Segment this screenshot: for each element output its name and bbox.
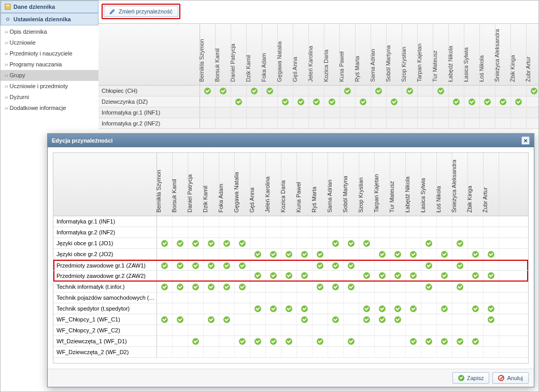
membership-cell[interactable] — [375, 314, 390, 325]
membership-cell[interactable] — [375, 325, 390, 335]
membership-cell[interactable] — [157, 261, 173, 270]
membership-cell[interactable] — [375, 303, 390, 314]
membership-cell[interactable] — [219, 325, 235, 335]
membership-cell[interactable] — [235, 271, 250, 281]
student-column-header[interactable]: Łabędź Nikola — [406, 153, 421, 216]
membership-cell[interactable] — [421, 216, 437, 227]
student-column-header[interactable]: Tur Mateusz — [390, 153, 406, 216]
membership-cell[interactable] — [468, 325, 484, 335]
membership-cell[interactable] — [421, 292, 437, 303]
student-column-header[interactable]: Soból Martyna — [344, 153, 359, 216]
membership-cell[interactable] — [157, 347, 173, 357]
membership-cell[interactable] — [313, 325, 328, 335]
membership-cell[interactable] — [235, 325, 250, 335]
membership-cell[interactable] — [235, 292, 250, 303]
membership-cell[interactable] — [406, 336, 421, 346]
membership-cell[interactable] — [219, 216, 235, 227]
group-label[interactable]: WF_Chłopcy_2 (WF_C2) — [53, 325, 157, 335]
membership-cell[interactable] — [250, 282, 266, 292]
membership-cell[interactable] — [437, 216, 452, 227]
membership-cell[interactable] — [157, 238, 173, 248]
membership-cell[interactable] — [437, 238, 452, 248]
membership-cell[interactable] — [437, 314, 452, 325]
student-column-header[interactable]: Bernikla Szymon — [157, 153, 173, 216]
membership-cell[interactable] — [390, 261, 406, 270]
membership-cell[interactable] — [359, 216, 375, 227]
membership-cell[interactable] — [173, 303, 188, 314]
membership-cell[interactable] — [281, 227, 297, 237]
membership-cell[interactable] — [344, 216, 359, 227]
membership-cell[interactable] — [437, 347, 452, 357]
membership-cell[interactable] — [173, 216, 188, 227]
membership-cell[interactable] — [313, 347, 328, 357]
student-column-header[interactable]: Żbik Kinga — [468, 153, 484, 216]
membership-cell[interactable] — [157, 271, 173, 281]
membership-cell[interactable] — [344, 261, 359, 270]
membership-cell[interactable] — [173, 271, 188, 281]
membership-cell[interactable] — [281, 238, 297, 248]
cancel-button[interactable]: Anuluj — [492, 372, 529, 384]
membership-cell[interactable] — [452, 347, 468, 357]
membership-cell[interactable] — [421, 227, 437, 237]
membership-cell[interactable] — [281, 282, 297, 292]
group-label[interactable]: Języki obce gr.1 (JO1) — [53, 238, 157, 248]
membership-cell[interactable] — [204, 292, 219, 303]
membership-cell[interactable] — [266, 325, 281, 335]
membership-cell[interactable] — [375, 238, 390, 248]
membership-cell[interactable] — [328, 292, 344, 303]
membership-cell[interactable] — [219, 227, 235, 237]
membership-cell[interactable] — [297, 336, 313, 346]
membership-cell[interactable] — [173, 325, 188, 335]
membership-cell[interactable] — [452, 227, 468, 237]
membership-cell[interactable] — [235, 261, 250, 270]
membership-cell[interactable] — [375, 227, 390, 237]
membership-cell[interactable] — [328, 336, 344, 346]
membership-cell[interactable] — [484, 282, 499, 292]
membership-cell[interactable] — [406, 347, 421, 357]
membership-cell[interactable] — [375, 282, 390, 292]
membership-cell[interactable] — [188, 261, 204, 270]
membership-cell[interactable] — [235, 303, 250, 314]
membership-cell[interactable] — [344, 347, 359, 357]
membership-cell[interactable] — [297, 303, 313, 314]
membership-cell[interactable] — [328, 314, 344, 325]
membership-cell[interactable] — [204, 303, 219, 314]
membership-cell[interactable] — [484, 347, 499, 357]
membership-cell[interactable] — [452, 303, 468, 314]
membership-cell[interactable] — [313, 271, 328, 281]
membership-cell[interactable] — [437, 282, 452, 292]
membership-cell[interactable] — [235, 314, 250, 325]
membership-cell[interactable] — [437, 227, 452, 237]
membership-cell[interactable] — [313, 314, 328, 325]
membership-cell[interactable] — [266, 216, 281, 227]
membership-cell[interactable] — [344, 303, 359, 314]
group-label[interactable]: WF_Chłopcy_1 (WF_C1) — [53, 314, 157, 325]
membership-cell[interactable] — [452, 282, 468, 292]
membership-cell[interactable] — [328, 325, 344, 335]
membership-cell[interactable] — [484, 336, 499, 346]
membership-cell[interactable] — [328, 227, 344, 237]
membership-cell[interactable] — [157, 227, 173, 237]
membership-cell[interactable] — [157, 292, 173, 303]
membership-cell[interactable] — [437, 292, 452, 303]
membership-cell[interactable] — [484, 261, 499, 270]
membership-cell[interactable] — [219, 271, 235, 281]
membership-cell[interactable] — [250, 314, 266, 325]
membership-cell[interactable] — [468, 336, 484, 346]
membership-cell[interactable] — [297, 261, 313, 270]
group-label[interactable]: Wf_Dziewczęta_1 (WF_D1) — [53, 336, 157, 346]
membership-cell[interactable] — [390, 282, 406, 292]
membership-cell[interactable] — [250, 238, 266, 248]
membership-cell[interactable] — [359, 347, 375, 357]
membership-cell[interactable] — [406, 282, 421, 292]
membership-cell[interactable] — [313, 303, 328, 314]
membership-cell[interactable] — [359, 261, 375, 270]
membership-cell[interactable] — [421, 314, 437, 325]
membership-cell[interactable] — [328, 249, 344, 259]
sidebar-item[interactable]: Uczniowie i przedmioty — [1, 81, 98, 92]
membership-cell[interactable] — [219, 303, 235, 314]
membership-cell[interactable] — [173, 314, 188, 325]
membership-cell[interactable] — [468, 227, 484, 237]
membership-cell[interactable] — [313, 261, 328, 270]
membership-cell[interactable] — [484, 238, 499, 248]
